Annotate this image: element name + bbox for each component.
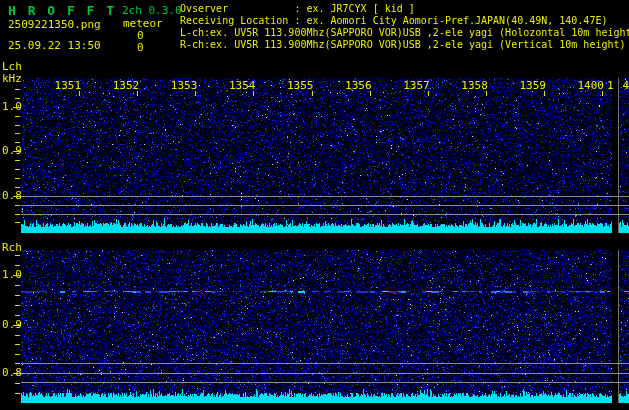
app-title: H R O F F T [8,4,116,17]
time-label: 1359 [516,80,546,91]
lch-label: Lch [2,61,22,72]
lch-freq-0.8: 0.8 [2,190,22,201]
time-label: 1358 [458,80,488,91]
output-filename: 2509221350.png [8,19,101,30]
rch-freq-1.0: 1.0 [2,269,22,280]
time-label: 1357 [400,80,430,91]
echo-count-bottom: 0 [137,42,144,53]
rch-freq-0.9: 0.9 [2,319,22,330]
time-label: 1353 [167,80,197,91]
hrofft-screen: H R O F F T 2ch 0.3.0 2509221350.png met… [0,0,629,410]
lch-freq-1.0: 1.0 [2,101,22,112]
khz-unit-label: kHz [2,73,22,84]
mode-label: meteor [123,18,163,29]
observer-line: Ovserver : ex. JR7CYX [ kid ] [180,4,415,14]
rch-rig-line: R-ch:ex. UV5R 113.900Mhz(SAPPORO VOR)USB… [180,40,626,50]
echo-count-top: 0 [137,30,144,41]
time-label: 1400 [574,80,604,91]
time-label: 1354 [225,80,255,91]
time-label: 1351 [51,80,81,91]
time-label: 1352 [109,80,139,91]
app-version: 2ch 0.3.0 [122,5,182,16]
time-label: 1356 [342,80,372,91]
time-label-edge: 14 [607,80,629,91]
lch-rig-line: L-ch:ex. UV5R 113.900Mhz(SAPPORO VOR)USB… [180,28,629,38]
location-line: Receiving Location : ex. Aomori City Aom… [180,16,607,26]
spectrogram-canvas [0,0,629,410]
lch-freq-0.9: 0.9 [2,145,22,156]
rch-freq-0.8: 0.8 [2,367,22,378]
time-label: 1355 [284,80,314,91]
rch-label: Rch [2,242,22,253]
datetime-label: 25.09.22 13:50 [8,40,101,51]
